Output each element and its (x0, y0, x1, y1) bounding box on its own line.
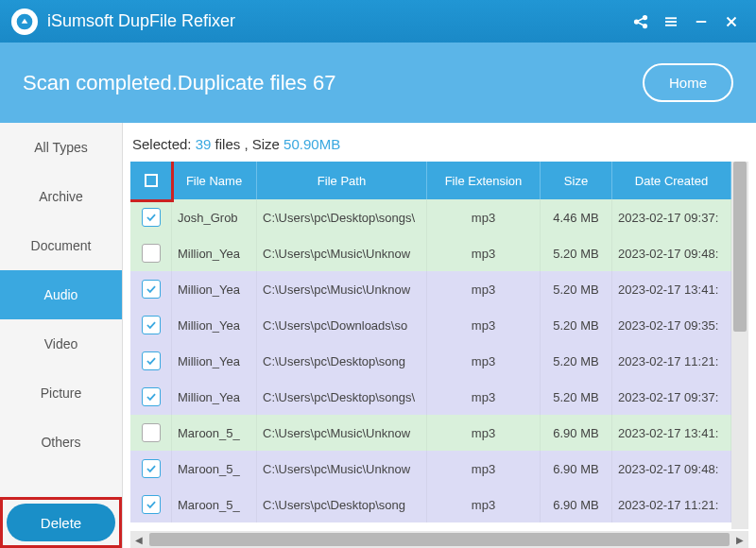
table-row: Million_YeaC:\Users\pc\Desktop\songs\mp3… (130, 379, 731, 415)
row-checkbox[interactable] (142, 244, 161, 263)
sidebar-item-archive[interactable]: Archive (0, 172, 122, 221)
cell-filename: Maroon_5_ (172, 451, 257, 487)
cell-extension: mp3 (427, 199, 541, 235)
app-title: iSumsoft DupFile Refixer (47, 11, 624, 31)
app-logo (11, 9, 38, 35)
row-checkbox-cell (130, 487, 172, 522)
vertical-scrollbar[interactable] (731, 162, 748, 529)
table-body: Josh_GrobC:\Users\pc\Desktop\songs\mp34.… (130, 199, 731, 522)
selected-count: 39 (196, 136, 212, 152)
cell-filepath: C:\Users\pc\Music\Unknow (257, 415, 427, 451)
cell-date: 2023-02-17 09:35: (612, 307, 731, 343)
cell-date: 2023-02-17 11:21: (612, 487, 731, 522)
selected-size: 50.90MB (284, 136, 340, 152)
table-wrap: File Name File Path File Extension Size … (130, 162, 748, 529)
cell-filename: Million_Yea (172, 307, 257, 343)
minimize-icon[interactable] (688, 9, 714, 35)
row-checkbox[interactable] (142, 280, 161, 299)
cell-extension: mp3 (427, 343, 541, 379)
row-checkbox[interactable] (142, 316, 161, 334)
cell-date: 2023-02-17 09:48: (612, 451, 731, 487)
cell-extension: mp3 (427, 235, 541, 271)
row-checkbox[interactable] (142, 208, 161, 227)
scan-status: Scan completed.Duplicate files 67 (23, 71, 643, 95)
row-checkbox-cell (130, 271, 172, 307)
select-all-checkbox[interactable] (143, 172, 160, 189)
cell-size: 6.90 MB (541, 415, 612, 451)
sidebar: All TypesArchiveDocumentAudioVideoPictur… (0, 123, 123, 548)
close-icon[interactable] (718, 9, 745, 35)
cell-date: 2023-02-17 09:48: (612, 235, 731, 271)
row-checkbox[interactable] (142, 387, 161, 406)
cell-filename: Million_Yea (172, 343, 257, 379)
row-checkbox[interactable] (142, 351, 161, 370)
row-checkbox[interactable] (142, 423, 161, 442)
cell-extension: mp3 (427, 379, 541, 415)
scroll-left-icon[interactable]: ◀ (130, 531, 147, 548)
horizontal-scrollbar[interactable]: ◀ ▶ (130, 531, 748, 548)
cell-date: 2023-02-17 11:21: (612, 343, 731, 379)
sidebar-item-all-types[interactable]: All Types (0, 123, 122, 172)
cell-date: 2023-02-17 13:41: (612, 415, 731, 451)
cell-date: 2023-02-17 13:41: (612, 271, 731, 307)
cell-filename: Maroon_5_ (172, 415, 257, 451)
cell-filename: Josh_Grob (172, 199, 257, 235)
content-area: Selected: 39 files , Size 50.90MB File N… (123, 123, 756, 548)
header-extension[interactable]: File Extension (427, 162, 541, 199)
selection-info: Selected: 39 files , Size 50.90MB (130, 130, 748, 162)
sidebar-item-picture[interactable]: Picture (0, 368, 122, 418)
status-bar: Scan completed.Duplicate files 67 Home (0, 43, 756, 123)
row-checkbox-cell (130, 199, 172, 235)
table-row: Maroon_5_C:\Users\pc\Music\Unknowmp36.90… (130, 415, 731, 451)
sidebar-item-video[interactable]: Video (0, 319, 122, 368)
cell-date: 2023-02-17 09:37: (612, 379, 731, 415)
cell-extension: mp3 (427, 271, 541, 307)
cell-extension: mp3 (427, 307, 541, 343)
table: File Name File Path File Extension Size … (130, 162, 731, 529)
row-checkbox-cell (130, 415, 172, 451)
cell-filename: Maroon_5_ (172, 487, 257, 522)
cell-size: 5.20 MB (541, 271, 612, 307)
table-row: Million_YeaC:\Users\pc\Music\Unknowmp35.… (130, 271, 731, 307)
scrollbar-thumb[interactable] (149, 533, 730, 546)
svg-line-4 (638, 18, 644, 21)
cell-filepath: C:\Users\pc\Music\Unknow (257, 451, 427, 487)
table-row: Million_YeaC:\Users\pc\Music\Unknowmp35.… (130, 235, 731, 271)
row-checkbox-cell (130, 343, 172, 379)
cell-extension: mp3 (427, 415, 541, 451)
delete-highlight: Delete (0, 497, 122, 548)
cell-date: 2023-02-17 09:37: (612, 199, 731, 235)
sidebar-item-others[interactable]: Others (0, 418, 122, 467)
scrollbar-thumb[interactable] (733, 162, 747, 332)
cell-size: 5.20 MB (541, 307, 612, 343)
header-date[interactable]: Date Created (612, 162, 731, 199)
cell-size: 4.46 MB (541, 199, 612, 235)
header-size[interactable]: Size (541, 162, 612, 199)
row-checkbox[interactable] (142, 459, 161, 478)
cell-extension: mp3 (427, 487, 541, 522)
table-row: Maroon_5_C:\Users\pc\Music\Unknowmp36.90… (130, 451, 731, 487)
home-button[interactable]: Home (643, 63, 733, 102)
main-area: All TypesArchiveDocumentAudioVideoPictur… (0, 123, 756, 548)
table-row: Million_YeaC:\Users\pc\Downloads\somp35.… (130, 307, 731, 343)
delete-button[interactable]: Delete (7, 504, 115, 541)
row-checkbox[interactable] (142, 495, 161, 514)
share-icon[interactable] (627, 9, 654, 35)
header-checkbox-cell[interactable] (130, 162, 172, 199)
scroll-right-icon[interactable]: ▶ (731, 531, 748, 548)
header-filepath[interactable]: File Path (257, 162, 427, 199)
menu-icon[interactable] (658, 9, 684, 35)
status-prefix: Scan completed.Duplicate files (23, 71, 313, 94)
table-row: Million_YeaC:\Users\pc\Desktop\songmp35.… (130, 343, 731, 379)
cell-filepath: C:\Users\pc\Desktop\songs\ (257, 379, 427, 415)
header-filename[interactable]: File Name (172, 162, 257, 199)
sidebar-item-document[interactable]: Document (0, 221, 122, 270)
row-checkbox-cell (130, 379, 172, 415)
table-row: Maroon_5_C:\Users\pc\Desktop\songmp36.90… (130, 487, 731, 522)
titlebar: iSumsoft DupFile Refixer (0, 0, 756, 43)
status-count: 67 (313, 71, 335, 94)
sidebar-item-audio[interactable]: Audio (0, 270, 122, 319)
cell-filename: Million_Yea (172, 235, 257, 271)
cell-size: 6.90 MB (541, 451, 612, 487)
cell-size: 5.20 MB (541, 379, 612, 415)
